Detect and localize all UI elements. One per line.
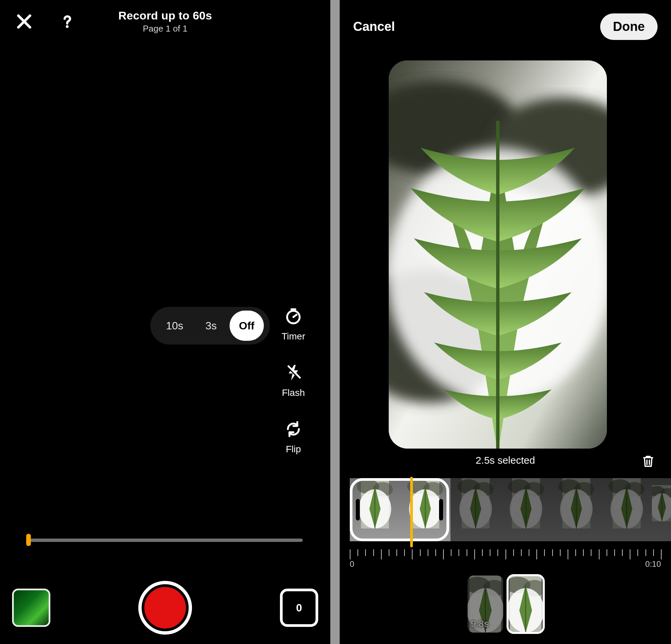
record-button[interactable] (138, 581, 192, 635)
ruler-start-label: 0 (350, 559, 354, 569)
delete-clip-button[interactable] (639, 452, 658, 471)
timer-icon (283, 305, 304, 327)
record-screen: Record up to 60s Page 1 of 1 10s 3s Off … (0, 0, 330, 644)
record-header: Record up to 60s Page 1 of 1 (0, 1, 330, 36)
panel-divider (330, 0, 340, 644)
timeline-frames[interactable] (350, 478, 661, 541)
record-title: Record up to 60s (0, 9, 330, 22)
close-icon (15, 13, 33, 30)
edit-screen: Cancel Done (340, 0, 671, 644)
edit-header: Cancel Done (340, 13, 671, 40)
close-button[interactable] (10, 8, 38, 36)
record-subtitle: Page 1 of 1 (0, 24, 330, 34)
gallery-button[interactable] (12, 589, 50, 627)
record-progress-track[interactable] (26, 539, 303, 542)
camera-tools: Timer Flash Flip (270, 305, 317, 455)
timer-tool[interactable]: Timer (282, 305, 305, 342)
timer-option-10s[interactable]: 10s (156, 311, 193, 341)
help-button[interactable] (53, 8, 81, 36)
question-icon (59, 13, 76, 30)
clip-1-duration: 9.8s (471, 618, 490, 629)
clip-count-button[interactable]: 0 (280, 589, 318, 627)
flip-tool[interactable]: Flip (283, 418, 304, 455)
timer-option-3s[interactable]: 3s (196, 311, 226, 341)
clip-2[interactable] (508, 576, 543, 633)
flip-camera-icon (283, 418, 304, 440)
timer-options: 10s 3s Off (150, 307, 270, 344)
trash-icon (641, 454, 656, 469)
flash-tool[interactable]: Flash (282, 362, 305, 398)
clip-1[interactable]: 9.8s (468, 576, 503, 633)
done-button[interactable]: Done (600, 13, 658, 40)
cancel-button[interactable]: Cancel (353, 20, 395, 34)
record-dot-icon (144, 587, 186, 629)
clip-list: 9.8s (340, 576, 671, 633)
record-bottom-bar: 0 (0, 578, 330, 638)
timeline[interactable] (350, 478, 661, 545)
clip-count-value: 0 (296, 602, 302, 614)
ruler-end-label: 0:10 (645, 559, 661, 569)
video-preview[interactable] (389, 61, 607, 449)
selection-duration-label: 2.5s selected (476, 455, 535, 466)
timer-option-off[interactable]: Off (230, 311, 264, 341)
flash-label: Flash (282, 388, 305, 398)
playhead[interactable] (410, 477, 413, 547)
fern-preview-image (389, 61, 607, 449)
time-ruler: 0 0:10 (350, 549, 661, 569)
flip-label: Flip (286, 444, 301, 455)
record-progress-marker[interactable] (26, 534, 31, 546)
timer-label: Timer (282, 331, 305, 342)
svg-point-0 (66, 25, 68, 28)
flash-off-icon (283, 362, 304, 383)
